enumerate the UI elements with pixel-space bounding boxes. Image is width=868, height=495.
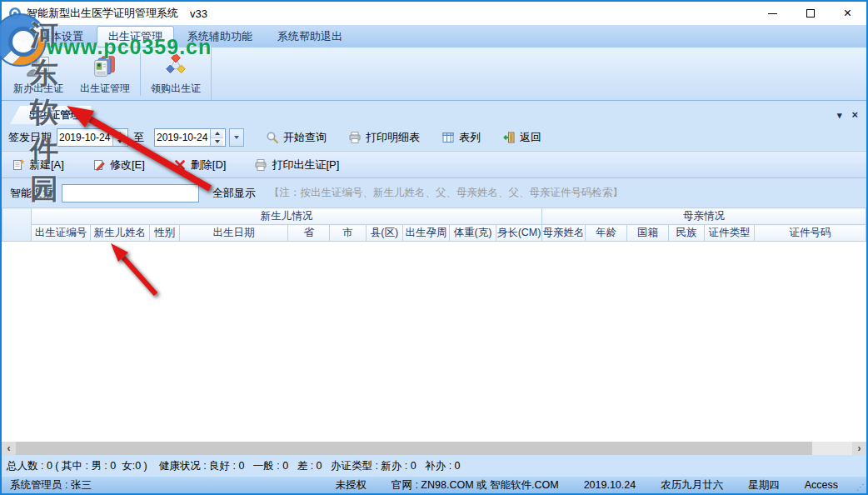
edit-record-button[interactable]: 修改[E]: [92, 158, 145, 172]
app-window: 智能新型出生医学证明管理系统 v33 × 系统基本设置 出生证管理 系统辅助功能…: [0, 0, 868, 495]
summary-bar: 总人数 : 0 ( 其中 : 男 : 0 女:0 ) 健康状况 : 良好 : 0…: [2, 455, 866, 477]
tab-cert-management[interactable]: 出生证管理: [10, 106, 93, 124]
new-cert-button[interactable]: 新办出生证: [5, 50, 72, 98]
column-header-row: 出生证编号 新生儿姓名 性别 出生日期 省 市 县(区) 出生孕周 体重(克) …: [2, 225, 866, 242]
menu-item-auxiliary[interactable]: 系统辅助功能: [176, 26, 264, 48]
grid-body[interactable]: [2, 242, 866, 442]
edit-icon: [92, 158, 106, 172]
column-header-cert-no[interactable]: 出生证编号: [32, 225, 91, 242]
date-dropdown-button[interactable]: [229, 128, 244, 147]
menu-item-help-exit[interactable]: 系统帮助退出: [266, 26, 354, 48]
column-header-age[interactable]: 年龄: [586, 225, 627, 242]
spin-down-button[interactable]: [211, 138, 223, 147]
column-header-county[interactable]: 县(区): [367, 225, 403, 242]
search-row: 智能搜索 全部显示 【注：按出生证编号、新生儿姓名、父、母亲姓名、父、母亲证件号…: [2, 178, 866, 208]
purchase-cert-button[interactable]: 领购出生证: [142, 50, 209, 98]
maximize-button[interactable]: [791, 2, 829, 25]
spin-up-button[interactable]: [113, 129, 126, 138]
date-to-field[interactable]: [154, 128, 226, 147]
cert-management-button[interactable]: 出生证管理: [72, 50, 138, 98]
columns-button[interactable]: 表列: [441, 130, 481, 145]
column-header-newborn-name[interactable]: 新生儿姓名: [91, 225, 150, 242]
horizontal-scrollbar[interactable]: ‹ ›: [2, 442, 866, 455]
menu-item-system-settings[interactable]: 系统基本设置: [7, 26, 95, 48]
printer-icon: [254, 158, 267, 172]
back-button[interactable]: 返回: [502, 130, 541, 145]
delete-record-label: 删除[D]: [191, 158, 227, 172]
tab-label: 出生证管理: [29, 108, 82, 122]
to-label: 至: [133, 130, 144, 145]
triangle-down-icon: [117, 140, 122, 143]
cert-management-label: 出生证管理: [80, 82, 130, 96]
new-document-icon: [12, 158, 25, 172]
window-controls: ×: [754, 2, 866, 25]
column-header-nationality[interactable]: 国籍: [627, 225, 669, 242]
close-button[interactable]: ×: [829, 2, 866, 25]
menu-bar: 系统基本设置 出生证管理 系统辅助功能 系统帮助退出: [2, 25, 866, 48]
columns-label: 表列: [459, 130, 481, 145]
ribbon-group: 新办出生证 出生证管理: [2, 48, 212, 100]
column-header-province[interactable]: 省: [288, 225, 330, 242]
column-header-id-number[interactable]: 证件号码: [755, 225, 866, 242]
window-version: v33: [190, 8, 207, 20]
date-from-input[interactable]: [57, 129, 112, 146]
column-group-newborn[interactable]: 新生儿情况: [32, 208, 542, 225]
spin-up-button[interactable]: [211, 129, 223, 138]
app-icon: [8, 7, 22, 20]
delete-record-button[interactable]: 删除[D]: [173, 158, 227, 172]
minimize-button[interactable]: [754, 2, 791, 25]
date-from-field[interactable]: [57, 128, 128, 147]
print-detail-label: 打印明细表: [366, 130, 420, 145]
column-header-weight[interactable]: 体重(克): [450, 225, 496, 242]
date-from-spinner: [112, 129, 126, 146]
chevron-down-icon[interactable]: ▾: [837, 110, 842, 121]
triangle-up-icon: [215, 132, 220, 135]
tabbar-icons: ▾ ×: [837, 110, 858, 121]
id-cards-icon: [92, 52, 118, 79]
column-header-city[interactable]: 市: [330, 225, 367, 242]
delete-x-icon: [173, 158, 187, 172]
table-columns-icon: [441, 131, 455, 144]
column-header-gestation[interactable]: 出生孕周: [403, 225, 450, 242]
menu-item-cert-management[interactable]: 出生证管理: [97, 26, 174, 48]
search-icon: [266, 131, 279, 144]
maximize-icon: [806, 9, 815, 18]
scroll-right-button[interactable]: ›: [852, 442, 866, 455]
date-to-input[interactable]: [155, 129, 210, 146]
print-detail-button[interactable]: 打印明细表: [348, 130, 420, 145]
scrollbar-thumb[interactable]: [16, 442, 812, 455]
column-header-ethnicity[interactable]: 民族: [669, 225, 705, 242]
tab-close-icon[interactable]: ×: [851, 110, 858, 121]
scroll-left-button[interactable]: ‹: [2, 442, 16, 455]
new-record-button[interactable]: 新建[A]: [12, 158, 64, 172]
print-cert-button[interactable]: 打印出生证[P]: [254, 158, 339, 172]
column-header-birth-date[interactable]: 出生日期: [180, 225, 288, 242]
search-input[interactable]: [62, 184, 199, 202]
ribbon-toolbar: 新办出生证 出生证管理: [2, 48, 866, 101]
column-header-gender[interactable]: 性别: [150, 225, 180, 242]
printer-icon: [348, 131, 362, 144]
title-bar: 智能新型出生医学证明管理系统 v33 ×: [2, 2, 866, 25]
spin-down-button[interactable]: [113, 138, 126, 147]
new-cert-label: 新办出生证: [13, 82, 63, 96]
status-license: 未授权: [335, 478, 367, 492]
query-button[interactable]: 开始查询: [266, 130, 327, 145]
column-group-mother[interactable]: 母亲情况: [542, 208, 866, 225]
column-header-id-type[interactable]: 证件类型: [705, 225, 755, 242]
print-cert-label: 打印出生证[P]: [272, 158, 339, 172]
status-database: Access: [805, 479, 838, 491]
diamonds-icon: [162, 52, 189, 79]
column-header-length[interactable]: 身长(CM): [496, 225, 542, 242]
column-header-mother-name[interactable]: 母亲姓名: [542, 225, 586, 242]
show-all-button[interactable]: 全部显示: [212, 186, 256, 201]
status-weekday: 星期四: [748, 478, 780, 492]
minimize-icon: [768, 13, 777, 14]
scrollbar-track[interactable]: [812, 442, 852, 455]
query-label: 开始查询: [283, 130, 327, 145]
row-indicator-header[interactable]: [2, 208, 32, 242]
smart-search-label: 智能搜索: [10, 186, 53, 201]
resize-grip[interactable]: ⋰: [856, 482, 865, 492]
status-bar: 系统管理员 : 张三 未授权 官网 : ZN98.COM 或 智能软件.COM …: [2, 477, 866, 493]
group-header-row: 新生儿情况 母亲情况: [2, 208, 866, 225]
new-record-label: 新建[A]: [29, 158, 64, 172]
